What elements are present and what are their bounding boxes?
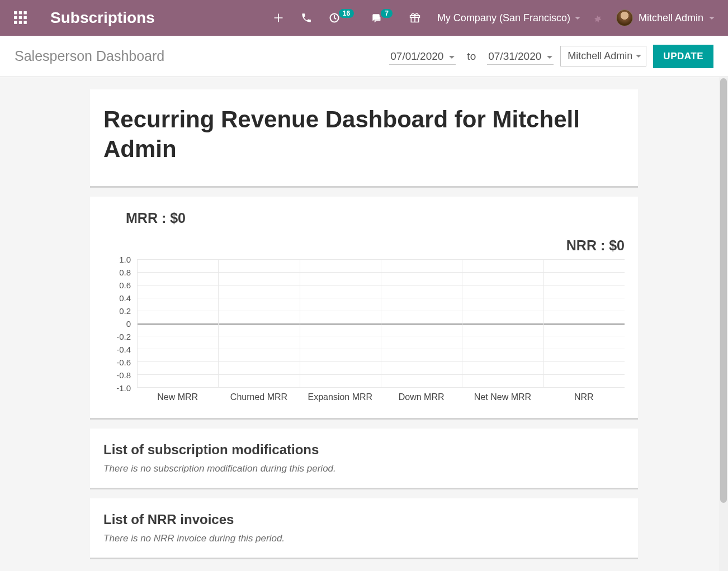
to-label: to [467, 50, 476, 63]
svg-rect-5 [23, 16, 26, 19]
activities-icon[interactable]: 16 [329, 12, 354, 23]
nrr-title: List of NRR invoices [103, 512, 625, 527]
chart: 1.00.80.60.40.20-0.2-0.4-0.6-0.8-1.0 New… [103, 259, 625, 405]
title-panel: Recurring Revenue Dashboard for Mitchell… [90, 89, 638, 188]
scrollbar[interactable] [719, 77, 728, 571]
date-from-value: 07/01/2020 [389, 48, 456, 65]
x-category: New MRR [137, 389, 218, 405]
svg-rect-7 [19, 21, 22, 23]
avatar [616, 9, 633, 26]
messages-badge: 7 [381, 9, 393, 18]
company-name: My Company (San Francisco) [437, 12, 570, 24]
phone-icon[interactable] [301, 12, 312, 23]
messages-icon[interactable]: 7 [371, 12, 393, 23]
svg-rect-1 [19, 11, 22, 14]
x-category: NRR [543, 389, 625, 405]
debug-icon[interactable] [592, 12, 603, 23]
user-menu[interactable]: Mitchell Admin [616, 9, 715, 26]
y-tick: 0.2 [119, 306, 131, 316]
y-tick: 0.6 [119, 280, 131, 290]
nav-icons: 16 7 [273, 12, 420, 23]
x-category: Down MRR [381, 389, 462, 405]
date-to-input[interactable]: 07/31/2020 [487, 50, 554, 63]
new-icon[interactable] [273, 12, 284, 23]
y-tick: -1.0 [116, 383, 131, 393]
y-tick: 0.8 [119, 268, 131, 277]
y-tick: 0.4 [119, 293, 131, 303]
update-button[interactable]: UPDATE [653, 45, 713, 68]
nrr-invoices-panel: List of NRR invoices There is no NRR inv… [90, 498, 638, 559]
breadcrumb: Salesperson Dashboard [15, 48, 164, 64]
mods-title: List of subscription modifications [103, 442, 625, 458]
svg-rect-6 [14, 21, 17, 23]
mods-empty-msg: There is no subscription modification du… [103, 463, 625, 474]
control-bar: Salesperson Dashboard 07/01/2020 to 07/3… [0, 36, 728, 77]
nrr-empty-msg: There is no NRR invoice during this peri… [103, 533, 625, 544]
chevron-down-icon [709, 17, 715, 20]
chevron-down-icon [449, 56, 455, 59]
svg-rect-3 [14, 16, 17, 19]
y-tick: -0.8 [116, 370, 131, 380]
subscription-mods-panel: List of subscription modifications There… [90, 429, 638, 489]
app-title[interactable]: Subscriptions [50, 9, 155, 27]
y-tick: -0.4 [116, 345, 131, 354]
svg-rect-2 [23, 11, 26, 14]
salesperson-value: Mitchell Admin [568, 50, 632, 61]
y-tick: -0.6 [116, 358, 131, 367]
x-category: Expansion MRR [300, 389, 381, 405]
controls-right: 07/01/2020 to 07/31/2020 Mitchell Admin … [389, 45, 713, 68]
page-body: Recurring Revenue Dashboard for Mitchell… [0, 77, 728, 571]
y-tick: 1.0 [119, 255, 131, 264]
svg-rect-0 [14, 11, 17, 14]
top-nav: Subscriptions 16 7 My Company (San Franc… [0, 0, 728, 36]
x-category: Net New MRR [462, 389, 543, 405]
scrollbar-thumb[interactable] [720, 78, 727, 503]
mrr-label: MRR : $0 [103, 210, 625, 226]
chevron-down-icon [575, 17, 580, 20]
chevron-down-icon [547, 56, 552, 59]
x-category: Churned MRR [218, 389, 299, 405]
date-from-input[interactable]: 07/01/2020 [389, 50, 456, 63]
svg-rect-4 [19, 16, 22, 19]
apps-icon[interactable] [13, 11, 28, 25]
gift-icon[interactable] [409, 12, 420, 23]
date-to-value: 07/31/2020 [487, 48, 554, 65]
activities-badge: 16 [339, 9, 354, 18]
chevron-down-icon [636, 55, 641, 58]
user-name: Mitchell Admin [639, 12, 703, 24]
salesperson-select[interactable]: Mitchell Admin [560, 46, 646, 66]
svg-rect-8 [23, 21, 26, 23]
company-switcher[interactable]: My Company (San Francisco) [437, 12, 580, 24]
dashboard-title: Recurring Revenue Dashboard for Mitchell… [103, 105, 625, 164]
y-tick: -0.2 [116, 332, 131, 341]
nrr-label: NRR : $0 [103, 237, 625, 254]
y-tick: 0 [126, 319, 131, 329]
chart-panel: MRR : $0 NRR : $0 1.00.80.60.40.20-0.2-0… [90, 197, 638, 420]
